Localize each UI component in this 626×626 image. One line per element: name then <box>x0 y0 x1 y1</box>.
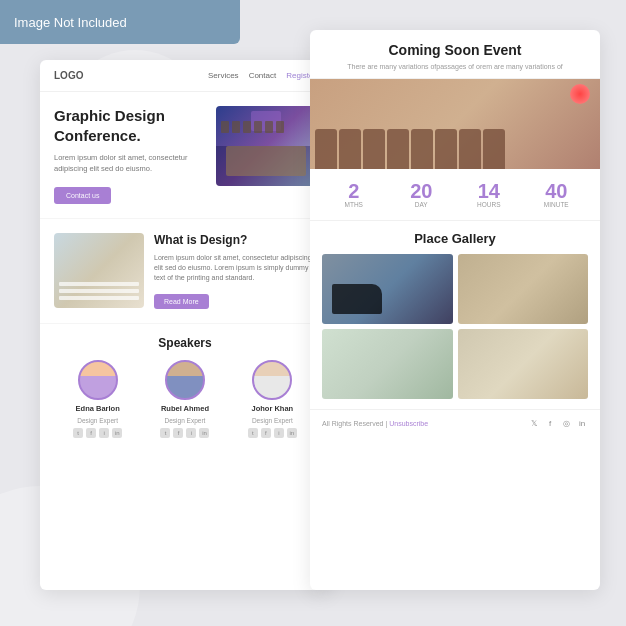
countdown-months: 2 MTHS <box>320 181 388 208</box>
conf-table <box>226 146 306 176</box>
flower-decoration <box>570 84 590 104</box>
twitter-footer-icon[interactable]: 𝕏 <box>528 418 540 430</box>
speaker-2: Rubel Ahmed Design Expert t f i in <box>160 360 209 438</box>
hero-description: Lorem ipsum dolor sit amet, consectetur … <box>54 153 206 174</box>
minutes-label: MINUTE <box>523 201 591 208</box>
event-chair-3 <box>363 129 385 169</box>
speaker-3: Johor Khan Design Expert t f i in <box>248 360 297 438</box>
gallery-title: Place Gallery <box>322 231 588 246</box>
instagram-icon[interactable]: i <box>99 428 109 438</box>
unsubscribe-link[interactable]: Unsubscribe <box>389 420 428 427</box>
image-not-included-banner: Image Not Included <box>0 0 240 44</box>
read-more-button[interactable]: Read More <box>154 294 209 309</box>
speaker-3-avatar <box>252 360 292 400</box>
event-chair-8 <box>483 129 505 169</box>
speaker-1-name: Edna Barlon <box>76 404 120 413</box>
instagram-icon-2[interactable]: i <box>186 428 196 438</box>
piano-icon <box>332 284 382 314</box>
chair-5 <box>265 121 273 133</box>
speaker-2-role: Design Expert <box>165 417 206 424</box>
speaker-2-name: Rubel Ahmed <box>161 404 209 413</box>
speaker-1-role: Design Expert <box>77 417 118 424</box>
minutes-number: 40 <box>523 181 591 201</box>
right-footer: All Rights Reserved | Unsubscribe 𝕏 f ◎ … <box>310 409 600 438</box>
months-number: 2 <box>320 181 388 201</box>
twitter-icon-3[interactable]: t <box>248 428 258 438</box>
speaker-1-avatar <box>78 360 118 400</box>
table-row-3 <box>59 296 139 300</box>
speaker-2-avatar <box>165 360 205 400</box>
instagram-icon-3[interactable]: i <box>274 428 284 438</box>
event-chair-5 <box>411 129 433 169</box>
table-rows <box>59 282 139 303</box>
event-image <box>310 79 600 169</box>
nav-bar: LOGO Services Contact Register <box>40 60 330 92</box>
linkedin-footer-icon[interactable]: in <box>576 418 588 430</box>
left-email-card: LOGO Services Contact Register Graphic D… <box>40 60 330 590</box>
twitter-icon-2[interactable]: t <box>160 428 170 438</box>
linkedin-icon-2[interactable]: in <box>199 428 209 438</box>
speakers-section: Speakers Edna Barlon Design Expert t f i… <box>40 323 330 450</box>
hero-text: Graphic Design Conference. Lorem ipsum d… <box>54 106 206 204</box>
table-row-1 <box>59 282 139 286</box>
days-number: 20 <box>388 181 456 201</box>
what-title: What is Design? <box>154 233 316 247</box>
footer-text: All Rights Reserved | Unsubscribe <box>322 420 428 427</box>
countdown-days: 20 DAY <box>388 181 456 208</box>
speaker-3-role: Design Expert <box>252 417 293 424</box>
facebook-icon-3[interactable]: f <box>261 428 271 438</box>
what-text: What is Design? Lorem ipsum dolor sit am… <box>154 233 316 309</box>
logo: LOGO <box>54 70 83 81</box>
chair-4 <box>254 121 262 133</box>
nav-contact[interactable]: Contact <box>249 71 277 80</box>
speaker-3-name: Johor Khan <box>251 404 293 413</box>
countdown-section: 2 MTHS 20 DAY 14 HOURS 40 MINUTE <box>310 169 600 221</box>
hero-image <box>216 106 316 186</box>
table-row-2 <box>59 289 139 293</box>
nav-links: Services Contact Register <box>208 71 316 80</box>
facebook-icon[interactable]: f <box>86 428 96 438</box>
months-label: MTHS <box>320 201 388 208</box>
gallery-grid <box>322 254 588 399</box>
what-image <box>54 233 144 308</box>
hero-section: Graphic Design Conference. Lorem ipsum d… <box>40 92 330 218</box>
countdown-hours: 14 HOURS <box>455 181 523 208</box>
linkedin-icon-3[interactable]: in <box>287 428 297 438</box>
chair-3 <box>243 121 251 133</box>
days-label: DAY <box>388 201 456 208</box>
hours-number: 14 <box>455 181 523 201</box>
speaker-3-social: t f i in <box>248 428 297 438</box>
twitter-icon[interactable]: t <box>73 428 83 438</box>
facebook-footer-icon[interactable]: f <box>544 418 556 430</box>
speaker-1-social: t f i in <box>73 428 122 438</box>
gallery-item-2 <box>458 254 589 324</box>
what-description: Lorem ipsum dolor sit amet, consectetur … <box>154 253 316 282</box>
right-email-card: Coming Soon Event There are many variati… <box>310 30 600 590</box>
banner-text: Image Not Included <box>14 15 127 30</box>
what-section: What is Design? Lorem ipsum dolor sit am… <box>40 218 330 323</box>
coming-soon-title: Coming Soon Event <box>324 42 586 58</box>
hero-title: Graphic Design Conference. <box>54 106 206 145</box>
countdown-minutes: 40 MINUTE <box>523 181 591 208</box>
facebook-icon-2[interactable]: f <box>173 428 183 438</box>
event-chair-4 <box>387 129 409 169</box>
speaker-2-social: t f i in <box>160 428 209 438</box>
footer-social-icons: 𝕏 f ◎ in <box>528 418 588 430</box>
speaker-1: Edna Barlon Design Expert t f i in <box>73 360 122 438</box>
gallery-item-1 <box>322 254 453 324</box>
chair-6 <box>276 121 284 133</box>
event-chair-2 <box>339 129 361 169</box>
coming-soon-description: There are many variations ofpassages of … <box>324 62 586 72</box>
event-chair-1 <box>315 129 337 169</box>
chair-2 <box>232 121 240 133</box>
right-header: Coming Soon Event There are many variati… <box>310 30 600 79</box>
contact-us-button[interactable]: Contact us <box>54 187 111 204</box>
event-chair-7 <box>459 129 481 169</box>
gallery-item-4 <box>458 329 589 399</box>
instagram-footer-icon[interactable]: ◎ <box>560 418 572 430</box>
event-chair-6 <box>435 129 457 169</box>
linkedin-icon[interactable]: in <box>112 428 122 438</box>
chair-1 <box>221 121 229 133</box>
nav-services[interactable]: Services <box>208 71 239 80</box>
speakers-title: Speakers <box>54 336 316 350</box>
